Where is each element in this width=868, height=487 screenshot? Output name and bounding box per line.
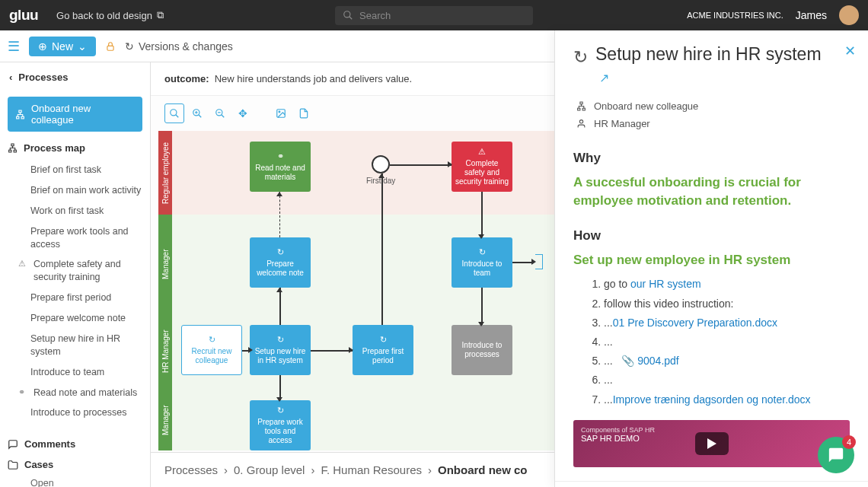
step: ... 📎 9004.pdf xyxy=(604,352,850,371)
svg-line-17 xyxy=(222,115,225,118)
refresh-icon: ↻ xyxy=(573,47,588,68)
step: ... xyxy=(604,371,850,390)
old-design-link[interactable]: Go back to old design ⧉ xyxy=(56,9,164,21)
node-setup-hr[interactable]: ↻Setup new hire in HR system xyxy=(250,325,311,375)
node-first-day[interactable] xyxy=(372,155,390,173)
play-icon[interactable] xyxy=(695,432,729,455)
versions-button[interactable]: ↻ Versions & changes xyxy=(125,40,233,53)
svg-point-19 xyxy=(279,111,280,113)
hierarchy-icon xyxy=(576,101,586,111)
warning-icon: ⚠ xyxy=(18,258,29,284)
sidebar-item[interactable]: Introduce to processes xyxy=(8,403,142,423)
plus-icon: ⊕ xyxy=(38,40,47,53)
pdf-link[interactable]: 📎 9004.pdf xyxy=(621,355,678,367)
search-input[interactable]: Search xyxy=(335,6,533,25)
node-safety-training[interactable]: ⚠Complete safety and security training xyxy=(452,142,512,192)
how-heading: How xyxy=(573,228,850,244)
video-embed[interactable]: Components of SAP HRSAP HR DEMO xyxy=(573,420,850,467)
node-introduce-processes[interactable]: Introduce to processes xyxy=(452,325,512,375)
svg-rect-20 xyxy=(580,102,582,104)
chat-button[interactable]: 4 xyxy=(818,437,854,473)
lane-hr-manager: HR Manager xyxy=(158,314,172,390)
end-marker xyxy=(535,254,543,269)
sidebar-item[interactable]: Brief on first task xyxy=(8,160,142,180)
cases-section[interactable]: Cases xyxy=(8,454,142,475)
folder-icon xyxy=(8,460,18,470)
node-prepare-tools[interactable]: ↻Prepare work tools and access xyxy=(250,400,311,450)
step: ...01 Pre Discovery Preparation.docx xyxy=(604,314,850,333)
refresh-icon: ↻ xyxy=(277,335,284,345)
crumb[interactable]: Processes xyxy=(164,463,218,476)
svg-point-9 xyxy=(171,110,177,116)
step: ...Improve træning dagsorden og noter.do… xyxy=(604,390,850,409)
how-text: Set up new employee in HR system xyxy=(573,251,850,269)
close-icon[interactable]: ✕ xyxy=(844,43,856,59)
sidebar: ‹ Processes Onboard new colleague Proces… xyxy=(0,62,151,487)
step: ... xyxy=(604,333,850,352)
node-welcome-note[interactable]: ↻Prepare welcome note xyxy=(250,237,311,288)
why-heading: Why xyxy=(573,151,850,166)
sidebar-item[interactable]: ⚭Read note and materials xyxy=(8,383,142,403)
image-icon[interactable] xyxy=(271,103,291,123)
pan-icon[interactable]: ✥ xyxy=(233,103,253,123)
sidebar-item[interactable]: Prepare work tools and access xyxy=(8,221,142,255)
export-icon[interactable] xyxy=(294,103,314,123)
chat-badge: 4 xyxy=(842,435,856,449)
svg-line-14 xyxy=(199,115,202,118)
comments-section[interactable]: Comments xyxy=(8,434,142,454)
zoom-reset-icon[interactable] xyxy=(164,103,184,123)
sidebar-item[interactable]: Prepare welcome note xyxy=(8,308,142,329)
node-prepare-first[interactable]: ↻Prepare first period xyxy=(353,325,413,375)
steps-list: go to our HR system follow this video in… xyxy=(573,275,850,409)
new-button[interactable]: ⊕ New ⌄ xyxy=(29,37,96,56)
zoom-out-icon[interactable] xyxy=(210,103,230,123)
people-icon: ⚭ xyxy=(18,387,29,399)
search-icon xyxy=(343,10,353,21)
panel-role[interactable]: HR Manager xyxy=(576,115,850,132)
svg-rect-5 xyxy=(21,116,24,119)
crumb[interactable]: 0. Group level xyxy=(234,463,305,476)
people-icon: ⚭ xyxy=(277,151,284,161)
sidebar-item[interactable]: ⚠Complete safety and security training xyxy=(8,254,142,288)
zoom-in-icon[interactable] xyxy=(187,103,207,123)
refresh-icon: ↻ xyxy=(277,406,284,415)
crumb-current: Onboard new co xyxy=(438,463,528,476)
process-map-section[interactable]: Process map xyxy=(8,142,142,154)
back-processes[interactable]: ‹ Processes xyxy=(8,72,142,83)
panel-title: ↻ Setup new hire in HR system xyxy=(573,44,850,68)
user-name[interactable]: James xyxy=(796,9,827,21)
cases-open[interactable]: Open xyxy=(8,475,142,487)
svg-point-0 xyxy=(344,11,350,18)
doc-link[interactable]: Improve træning dagsorden og noter.docx xyxy=(613,393,811,406)
comment-icon xyxy=(8,439,18,450)
node-introduce-team[interactable]: ↻Introduce to team xyxy=(452,237,512,288)
chevron-down-icon: ⌄ xyxy=(78,40,87,53)
svg-rect-4 xyxy=(17,116,19,119)
step: go to our HR system xyxy=(604,275,850,294)
lane-manager-2: Manager xyxy=(158,390,172,450)
logo[interactable]: gluu xyxy=(9,7,38,24)
external-link-icon[interactable]: ↗ xyxy=(599,71,609,85)
menu-icon[interactable]: ☰ xyxy=(8,38,20,55)
hr-system-link[interactable]: our HR system xyxy=(630,278,701,290)
sidebar-item[interactable]: Setup new hire in HR system xyxy=(8,329,142,362)
lane-regular-employee: Regular employee xyxy=(158,131,172,215)
svg-rect-8 xyxy=(14,150,16,152)
doc-link[interactable]: 01 Pre Discovery Preparation.docx xyxy=(613,317,777,329)
current-process-pill[interactable]: Onboard new colleague xyxy=(8,97,142,132)
lock-icon[interactable] xyxy=(105,41,116,52)
avatar[interactable] xyxy=(839,5,859,25)
node-read-note[interactable]: ⚭Read note and materials xyxy=(250,142,311,192)
panel-parent[interactable]: Onboard new colleague xyxy=(576,97,850,115)
node-recruit[interactable]: ↻Recruit new colleague xyxy=(181,325,242,375)
refresh-icon: ↻ xyxy=(479,247,486,257)
topbar: gluu Go back to old design ⧉ Search ACME… xyxy=(0,0,868,30)
svg-rect-21 xyxy=(578,108,580,110)
sidebar-item[interactable]: Work on first task xyxy=(8,201,142,221)
refresh-icon: ↻ xyxy=(277,247,284,257)
go-to-activity[interactable]: → Go to activity xyxy=(555,481,868,487)
sidebar-item[interactable]: Prepare first period xyxy=(8,288,142,308)
sidebar-item[interactable]: Introduce to team xyxy=(8,362,142,383)
sidebar-item[interactable]: Brief on main work activity xyxy=(8,180,142,201)
crumb[interactable]: F. Human Resoures xyxy=(321,463,422,476)
